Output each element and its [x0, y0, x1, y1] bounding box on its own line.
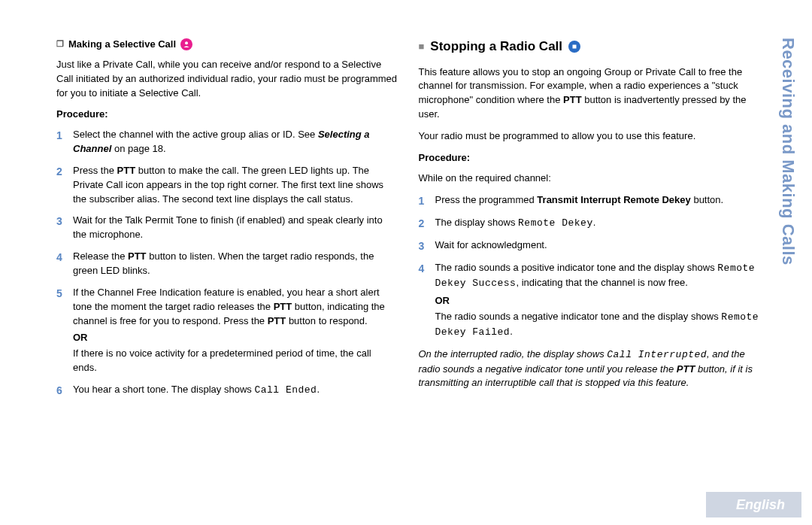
left-steps: 1 Select the channel with the active gro…: [56, 128, 398, 398]
stop-icon: [568, 41, 580, 53]
step-4: 4 The radio sounds a positive indicator …: [419, 261, 760, 339]
or-label: OR: [73, 331, 398, 345]
step-number: 6: [56, 383, 65, 398]
step-1: 1 Press the programmed Transmit Interrup…: [419, 193, 760, 208]
step-number: 3: [56, 214, 65, 242]
step-5: 5 If the Channel Free Indication feature…: [56, 286, 398, 375]
right-p2: Your radio must be programmed to allow y…: [419, 129, 760, 144]
step-number: 3: [419, 238, 428, 253]
page-content: ❐ Making a Selective Call Just like a Pr…: [0, 0, 812, 420]
step-text: If the Channel Free Indication feature i…: [73, 286, 398, 375]
step-text: The display shows Remote Dekey.: [435, 216, 760, 231]
left-intro: Just like a Private Call, while you can …: [56, 58, 398, 101]
step-number: 2: [56, 164, 65, 207]
step-3: 3 Wait for the Talk Permit Tone to finis…: [56, 214, 398, 242]
step-number: 1: [419, 193, 428, 208]
right-column: ■ Stopping a Radio Call This feature all…: [419, 38, 760, 405]
step-text: Wait for acknowledgment.: [435, 238, 760, 253]
step-number: 4: [56, 250, 65, 278]
step-text: The radio sounds a positive indicator to…: [435, 261, 760, 339]
right-heading-text: Stopping a Radio Call: [430, 38, 562, 56]
step-2: 2 Press the PTT button to make the call.…: [56, 164, 398, 207]
step-2: 2 The display shows Remote Dekey.: [419, 216, 760, 231]
step-text: Release the PTT button to listen. When t…: [73, 250, 398, 278]
right-steps: 1 Press the programmed Transmit Interrup…: [419, 193, 760, 340]
or-label: OR: [435, 294, 760, 308]
person-icon: [180, 38, 192, 50]
step-number: 2: [419, 216, 428, 231]
left-procedure-label: Procedure:: [56, 108, 398, 122]
step-number: 4: [419, 261, 428, 339]
step-1: 1 Select the channel with the active gro…: [56, 128, 398, 156]
left-heading-text: Making a Selective Call: [68, 38, 176, 52]
square-marker-icon: ■: [419, 40, 425, 54]
step-6: 6 You hear a short tone. The display sho…: [56, 383, 398, 398]
doc-marker-icon: ❐: [56, 38, 64, 50]
language-tab: English: [706, 492, 801, 517]
svg-point-0: [185, 42, 188, 45]
step-text: Select the channel with the active group…: [73, 128, 398, 156]
step-number: 1: [56, 128, 65, 156]
right-p1: This feature allows you to stop an ongoi…: [419, 65, 760, 122]
right-note: On the interrupted radio, the display sh…: [419, 347, 760, 391]
sidebar: Receiving and Making Calls 25: [774, 38, 801, 510]
step-text: You hear a short tone. The display shows…: [73, 383, 398, 398]
step-text: Press the PTT button to make the call. T…: [73, 164, 398, 207]
step-4: 4 Release the PTT button to listen. When…: [56, 250, 398, 278]
section-title: Receiving and Making Calls: [776, 38, 800, 266]
step-text: Press the programmed Transmit Interrupt …: [435, 193, 760, 208]
step-number: 5: [56, 286, 65, 375]
step-3: 3 Wait for acknowledgment.: [419, 238, 760, 253]
right-procedure-label: Procedure:: [419, 151, 760, 165]
right-heading: ■ Stopping a Radio Call: [419, 38, 760, 56]
right-context: While on the required channel:: [419, 171, 760, 186]
step-text: Wait for the Talk Permit Tone to finish …: [73, 214, 398, 242]
left-column: ❐ Making a Selective Call Just like a Pr…: [56, 38, 398, 405]
svg-rect-1: [573, 45, 577, 49]
left-heading: ❐ Making a Selective Call: [56, 38, 398, 52]
